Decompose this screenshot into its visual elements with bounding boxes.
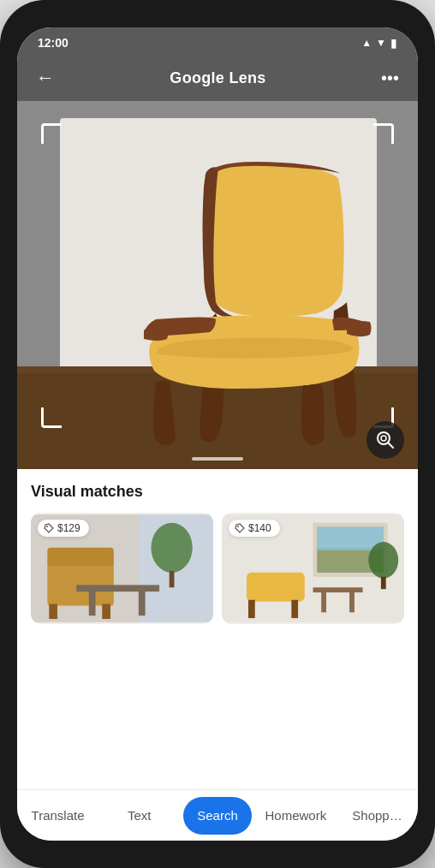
match-card-1[interactable]: $129 bbox=[31, 513, 213, 624]
lens-search-button[interactable] bbox=[366, 421, 404, 459]
match-card-2[interactable]: $140 bbox=[222, 513, 404, 624]
svg-rect-13 bbox=[49, 604, 57, 619]
svg-rect-29 bbox=[313, 587, 363, 592]
price-1: $129 bbox=[57, 522, 80, 534]
corner-tl bbox=[41, 123, 62, 144]
tab-homework[interactable]: Homework bbox=[255, 790, 337, 841]
svg-rect-28 bbox=[291, 600, 298, 618]
app-top-bar: ← Google Lens ••• bbox=[17, 55, 418, 101]
price-tag-1: $129 bbox=[38, 520, 89, 537]
svg-point-32 bbox=[237, 526, 239, 527]
phone-screen: 12:00 ▲ ▼ ▮ ← Google Lens ••• bbox=[17, 27, 418, 841]
visual-matches-title: Visual matches bbox=[31, 483, 404, 501]
svg-rect-16 bbox=[89, 591, 96, 615]
svg-rect-25 bbox=[381, 577, 386, 590]
svg-rect-11 bbox=[47, 560, 113, 605]
status-time: 12:00 bbox=[38, 36, 69, 50]
svg-point-18 bbox=[46, 526, 48, 527]
svg-rect-17 bbox=[139, 591, 146, 615]
svg-rect-27 bbox=[248, 600, 255, 618]
svg-rect-10 bbox=[170, 571, 175, 587]
tab-search[interactable]: Search bbox=[183, 797, 252, 835]
battery-icon: ▮ bbox=[390, 36, 397, 50]
selection-box bbox=[41, 123, 394, 428]
svg-point-6 bbox=[381, 436, 386, 441]
camera-view bbox=[17, 101, 418, 469]
svg-rect-12 bbox=[47, 548, 113, 566]
drag-handle bbox=[192, 457, 243, 461]
svg-point-24 bbox=[368, 542, 398, 579]
corner-tr bbox=[373, 123, 394, 144]
tab-bar: Translate Text Search Homework Shopp… bbox=[17, 789, 418, 841]
svg-rect-30 bbox=[321, 592, 326, 612]
svg-rect-14 bbox=[102, 604, 110, 619]
corner-bl bbox=[41, 407, 62, 428]
tab-translate[interactable]: Translate bbox=[17, 790, 98, 841]
svg-rect-26 bbox=[247, 573, 305, 602]
svg-line-5 bbox=[389, 443, 394, 449]
tab-shopping[interactable]: Shopp… bbox=[337, 790, 418, 841]
svg-rect-15 bbox=[76, 585, 159, 592]
signal-icon: ▲ bbox=[361, 37, 372, 49]
lens-search-icon bbox=[374, 429, 396, 451]
status-icons: ▲ ▼ ▮ bbox=[361, 36, 397, 50]
price-tag-2: $140 bbox=[229, 520, 280, 537]
more-button[interactable]: ••• bbox=[378, 65, 402, 92]
title-regular: Google bbox=[170, 69, 229, 86]
tab-text[interactable]: Text bbox=[98, 790, 180, 841]
svg-point-9 bbox=[151, 523, 192, 573]
phone-frame: 12:00 ▲ ▼ ▮ ← Google Lens ••• bbox=[0, 0, 435, 868]
back-button[interactable]: ← bbox=[33, 63, 58, 92]
results-area: Visual matches bbox=[17, 469, 418, 789]
price-2: $140 bbox=[248, 522, 271, 534]
tag-icon-1 bbox=[44, 523, 54, 533]
svg-rect-31 bbox=[349, 592, 355, 612]
app-title: Google Lens bbox=[170, 69, 265, 87]
matches-grid: $129 bbox=[31, 513, 404, 624]
tag-icon-2 bbox=[235, 523, 245, 533]
status-bar: 12:00 ▲ ▼ ▮ bbox=[17, 27, 418, 55]
title-bold: Lens bbox=[229, 69, 265, 86]
wifi-icon: ▼ bbox=[376, 37, 386, 49]
